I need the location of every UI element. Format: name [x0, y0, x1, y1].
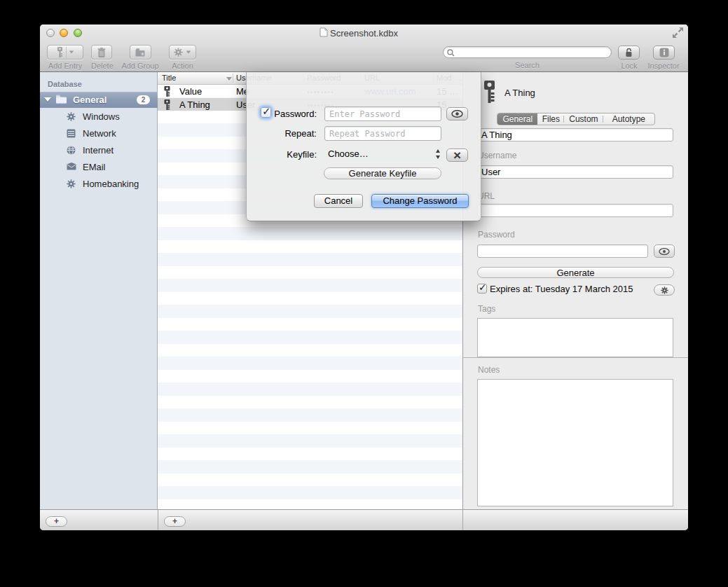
app-window: Screenshot.kdbx Ad — [40, 25, 688, 530]
add-group-button[interactable] — [130, 45, 151, 60]
close-icon: × — [453, 150, 461, 160]
tags-textarea[interactable] — [477, 318, 673, 357]
disclosure-triangle-icon[interactable] — [44, 97, 51, 102]
titlebar: Screenshot.kdbx — [40, 27, 688, 39]
info-icon — [659, 48, 669, 57]
key-icon — [483, 81, 495, 103]
action-button[interactable] — [169, 45, 196, 60]
stepper-icon[interactable] — [436, 148, 442, 160]
cancel-button[interactable]: Cancel — [314, 194, 363, 208]
lock-button[interactable] — [618, 46, 640, 60]
mail-icon — [67, 163, 76, 170]
expires-gear-button[interactable] — [654, 284, 675, 296]
column-header-title[interactable]: Title — [162, 74, 224, 82]
inspector-entry-title: A Thing — [504, 88, 535, 98]
password-label: Password: — [261, 109, 317, 119]
add-entry-label: Add Entry — [47, 62, 83, 70]
generate-keyfile-button[interactable]: Generate Keyfile — [324, 167, 441, 179]
sidebar-header: Database — [48, 80, 82, 88]
change-password-sheet: ✓ Password: Enter Password Repeat: Repea… — [246, 72, 481, 221]
sidebar: Database General 2 Windows — [40, 72, 158, 509]
expires-checkbox[interactable]: ✓ — [477, 284, 487, 294]
delete-button[interactable] — [91, 45, 112, 60]
reveal-password-button[interactable] — [446, 107, 468, 120]
toolbar-item-add-entry: Add Entry — [47, 45, 83, 70]
tab-files[interactable]: Files — [537, 113, 564, 125]
sidebar-item-label: Internet — [83, 145, 114, 156]
change-password-button[interactable]: Change Password — [371, 194, 469, 208]
tab-general[interactable]: General — [497, 113, 537, 125]
key-icon — [164, 99, 170, 110]
username-label: Username — [478, 151, 516, 160]
trash-icon — [97, 48, 106, 57]
sidebar-item-label: Windows — [83, 111, 120, 122]
checkmark-icon: ✓ — [479, 282, 487, 293]
chevron-down-icon — [186, 51, 191, 54]
eye-icon — [451, 110, 463, 118]
add-group-label: Add Group — [119, 62, 161, 70]
sidebar-item-label: EMail — [83, 162, 106, 172]
key-icon — [56, 47, 64, 57]
repeat-label: Repeat: — [261, 128, 317, 139]
toolbar-item-search: Search — [443, 46, 612, 69]
add-entry-button[interactable] — [47, 45, 83, 60]
notes-textarea[interactable] — [477, 379, 673, 506]
password-field[interactable] — [477, 244, 648, 258]
sidebar-item-windows[interactable]: Windows — [40, 108, 158, 125]
inspector-label: Inspector — [644, 62, 683, 70]
username-field[interactable]: User — [477, 165, 673, 179]
password-input[interactable]: Enter Password — [324, 106, 441, 121]
keyfile-label: Keyfile: — [261, 149, 317, 160]
cell-title: A Thing — [179, 99, 231, 110]
chevron-down-icon — [69, 51, 74, 54]
search-input[interactable] — [443, 46, 612, 58]
document-icon — [320, 27, 328, 37]
inspector-button[interactable] — [653, 46, 675, 60]
title-field[interactable]: A Thing — [477, 128, 673, 141]
folder-icon — [55, 95, 67, 104]
reveal-password-button[interactable] — [654, 244, 675, 258]
keyfile-popup[interactable]: Choose… — [328, 149, 369, 159]
inspector-tabs: General Files Custom Autotype — [497, 113, 655, 125]
password-label: Password — [478, 230, 515, 240]
repeat-input[interactable]: Repeat Password — [324, 126, 441, 141]
search-icon — [447, 49, 455, 57]
sidebar-item-network[interactable]: Network — [40, 125, 158, 141]
add-entry-bottom-button[interactable]: + — [164, 516, 186, 527]
gear-icon — [67, 179, 76, 188]
tab-custom[interactable]: Custom — [564, 113, 603, 125]
server-icon — [67, 129, 76, 138]
toolbar-item-add-group: Add Group — [119, 45, 161, 70]
split-divider — [66, 47, 67, 57]
lock-label: Lock — [614, 62, 644, 70]
sidebar-group-general[interactable]: General 2 — [40, 92, 158, 108]
fullscreen-icon[interactable] — [672, 27, 684, 39]
notes-label: Notes — [478, 365, 500, 375]
expires-label: Expires at: Tuesday 17 March 2015 — [490, 284, 633, 294]
sidebar-item-label: Homebanking — [83, 179, 139, 189]
globe-icon — [67, 146, 76, 155]
clear-keyfile-button[interactable]: × — [446, 149, 468, 162]
sort-indicator-icon — [226, 77, 232, 81]
desktop: Screenshot.kdbx Ad — [0, 0, 728, 587]
sidebar-item-email[interactable]: EMail — [40, 158, 158, 175]
gear-icon — [174, 48, 183, 57]
action-label: Action — [169, 62, 196, 70]
url-field[interactable] — [477, 204, 673, 217]
sidebar-group-badge: 2 — [137, 95, 150, 104]
eye-icon — [659, 248, 670, 255]
tab-autotype[interactable]: Autotype — [603, 113, 654, 125]
section-divider — [463, 357, 688, 358]
cell-title: Value — [179, 86, 231, 97]
gear-icon — [661, 286, 668, 294]
sidebar-group-label: General — [73, 95, 107, 105]
sidebar-item-internet[interactable]: Internet — [40, 141, 158, 158]
sidebar-item-homebanking[interactable]: Homebanking — [40, 175, 158, 192]
toolbar-item-delete: Delete — [91, 45, 112, 70]
titlebar-toolbar: Screenshot.kdbx Ad — [40, 25, 688, 72]
generate-button[interactable]: Generate — [477, 267, 674, 278]
tags-label: Tags — [478, 304, 495, 314]
inspector-panel: A Thing General Files Custom Autotype A … — [462, 72, 688, 509]
add-group-bottom-button[interactable]: + — [46, 516, 67, 527]
folder-plus-icon — [135, 48, 146, 57]
